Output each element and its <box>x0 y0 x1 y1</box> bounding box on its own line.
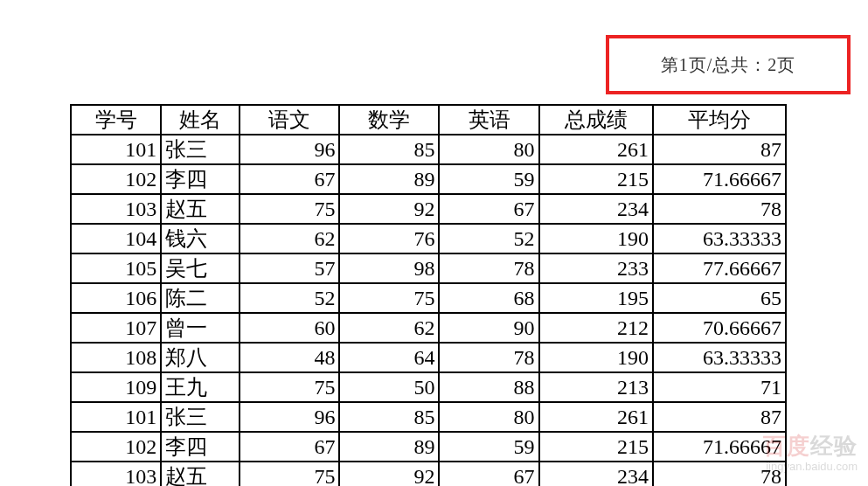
table-header-row: 学号 姓名 语文 数学 英语 总成绩 平均分 <box>71 105 786 135</box>
cell-english: 78 <box>439 343 538 372</box>
cell-chinese: 67 <box>240 432 339 462</box>
cell-name: 王九 <box>161 372 240 402</box>
cell-id: 101 <box>71 135 161 164</box>
cell-chinese: 96 <box>240 135 339 164</box>
cell-name: 钱六 <box>161 224 240 253</box>
cell-avg: 78 <box>653 194 786 224</box>
cell-id: 104 <box>71 224 161 253</box>
cell-id: 107 <box>71 313 161 343</box>
col-header-math: 数学 <box>339 105 439 135</box>
grades-table-container: 学号 姓名 语文 数学 英语 总成绩 平均分 101张三968580261871… <box>70 104 787 486</box>
cell-name: 郑八 <box>161 343 240 372</box>
cell-chinese: 75 <box>240 462 339 486</box>
cell-avg: 63.33333 <box>653 224 786 253</box>
cell-total: 261 <box>539 402 653 432</box>
cell-chinese: 52 <box>240 283 339 313</box>
cell-math: 62 <box>339 313 439 343</box>
page-info-highlight: 第1页/总共：2页 <box>606 35 851 94</box>
cell-id: 103 <box>71 194 161 224</box>
table-row: 101张三96858026187 <box>71 402 786 432</box>
page-info-text: 第1页/总共：2页 <box>661 53 796 77</box>
cell-name: 张三 <box>161 135 240 164</box>
cell-total: 261 <box>539 135 653 164</box>
col-header-english: 英语 <box>439 105 538 135</box>
cell-math: 98 <box>339 253 439 283</box>
cell-id: 109 <box>71 372 161 402</box>
col-header-chinese: 语文 <box>240 105 339 135</box>
cell-chinese: 75 <box>240 372 339 402</box>
cell-math: 92 <box>339 194 439 224</box>
table-row: 104钱六62765219063.33333 <box>71 224 786 253</box>
cell-name: 张三 <box>161 402 240 432</box>
cell-name: 吴七 <box>161 253 240 283</box>
table-row: 103赵五75926723478 <box>71 462 786 486</box>
cell-english: 59 <box>439 164 538 194</box>
cell-chinese: 57 <box>240 253 339 283</box>
cell-total: 190 <box>539 343 653 372</box>
table-row: 102李四67895921571.66667 <box>71 432 786 462</box>
table-row: 107曾一60629021270.66667 <box>71 313 786 343</box>
cell-id: 102 <box>71 432 161 462</box>
cell-id: 106 <box>71 283 161 313</box>
cell-total: 213 <box>539 372 653 402</box>
cell-id: 101 <box>71 402 161 432</box>
table-row: 102李四67895921571.66667 <box>71 164 786 194</box>
cell-total: 215 <box>539 432 653 462</box>
cell-avg: 70.66667 <box>653 313 786 343</box>
col-header-id: 学号 <box>71 105 161 135</box>
cell-chinese: 75 <box>240 194 339 224</box>
cell-english: 80 <box>439 402 538 432</box>
cell-math: 50 <box>339 372 439 402</box>
cell-name: 李四 <box>161 164 240 194</box>
cell-math: 92 <box>339 462 439 486</box>
cell-english: 52 <box>439 224 538 253</box>
cell-math: 85 <box>339 402 439 432</box>
cell-math: 85 <box>339 135 439 164</box>
cell-chinese: 67 <box>240 164 339 194</box>
col-header-avg: 平均分 <box>653 105 786 135</box>
cell-total: 212 <box>539 313 653 343</box>
cell-id: 102 <box>71 164 161 194</box>
cell-english: 67 <box>439 462 538 486</box>
cell-chinese: 96 <box>240 402 339 432</box>
cell-english: 90 <box>439 313 538 343</box>
cell-avg: 71.66667 <box>653 164 786 194</box>
cell-math: 89 <box>339 164 439 194</box>
cell-avg: 87 <box>653 135 786 164</box>
cell-avg: 71.66667 <box>653 432 786 462</box>
cell-english: 67 <box>439 194 538 224</box>
cell-avg: 71 <box>653 372 786 402</box>
table-row: 108郑八48647819063.33333 <box>71 343 786 372</box>
cell-avg: 65 <box>653 283 786 313</box>
cell-total: 234 <box>539 194 653 224</box>
cell-avg: 63.33333 <box>653 343 786 372</box>
cell-total: 215 <box>539 164 653 194</box>
cell-id: 105 <box>71 253 161 283</box>
cell-name: 李四 <box>161 432 240 462</box>
cell-math: 64 <box>339 343 439 372</box>
table-row: 106陈二52756819565 <box>71 283 786 313</box>
cell-chinese: 60 <box>240 313 339 343</box>
cell-id: 108 <box>71 343 161 372</box>
table-row: 101张三96858026187 <box>71 135 786 164</box>
cell-chinese: 48 <box>240 343 339 372</box>
cell-english: 78 <box>439 253 538 283</box>
cell-name: 陈二 <box>161 283 240 313</box>
cell-avg: 87 <box>653 402 786 432</box>
cell-avg: 77.66667 <box>653 253 786 283</box>
table-row: 109王九75508821371 <box>71 372 786 402</box>
cell-avg: 78 <box>653 462 786 486</box>
table-body: 101张三96858026187102李四67895921571.6666710… <box>71 135 786 486</box>
cell-name: 曾一 <box>161 313 240 343</box>
cell-total: 195 <box>539 283 653 313</box>
cell-english: 68 <box>439 283 538 313</box>
cell-math: 89 <box>339 432 439 462</box>
cell-total: 234 <box>539 462 653 486</box>
cell-id: 103 <box>71 462 161 486</box>
cell-english: 59 <box>439 432 538 462</box>
cell-english: 88 <box>439 372 538 402</box>
table-row: 103赵五75926723478 <box>71 194 786 224</box>
cell-name: 赵五 <box>161 462 240 486</box>
cell-chinese: 62 <box>240 224 339 253</box>
table-row: 105吴七57987823377.66667 <box>71 253 786 283</box>
